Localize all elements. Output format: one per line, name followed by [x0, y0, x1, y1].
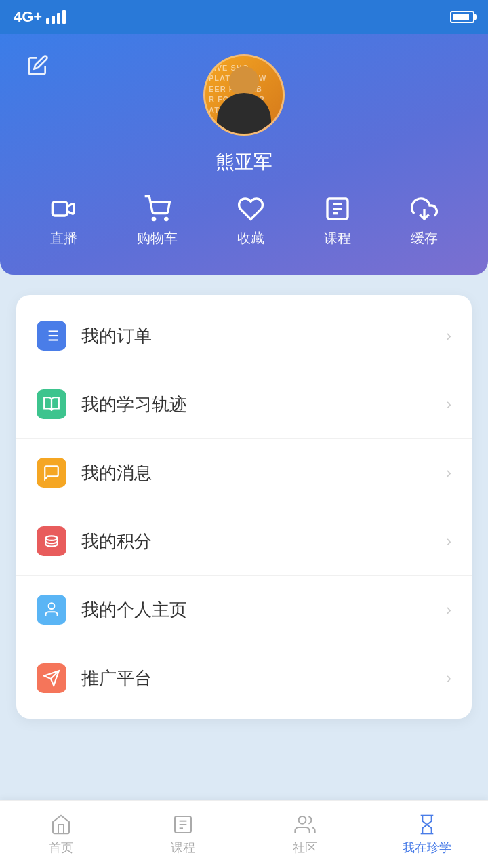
battery-icon — [450, 11, 474, 23]
action-course-label: 课程 — [324, 229, 351, 248]
svg-point-15 — [49, 603, 55, 609]
nav-item-community[interactable]: 社区 — [244, 801, 366, 868]
menu-item-message[interactable]: 我的消息 › — [16, 439, 472, 507]
action-cart-label: 购物车 — [137, 229, 178, 248]
heart-icon — [237, 195, 264, 222]
signal-text: 4G+ — [14, 8, 42, 26]
nav-course-icon — [172, 814, 194, 835]
nav-item-home[interactable]: 首页 — [0, 801, 122, 868]
hourglass-icon — [416, 814, 438, 835]
nav-item-mine[interactable]: 我在珍学 — [366, 801, 488, 868]
action-favorites-label: 收藏 — [237, 229, 264, 248]
avatar-person-silhouette — [217, 66, 271, 134]
avatar[interactable]: LIVE SHOPLATF LAOWEER FOR MBR FOREI OUPA… — [203, 54, 285, 136]
chevron-orders: › — [446, 326, 451, 345]
status-bar: 4G+ — [0, 0, 488, 34]
nav-item-course[interactable]: 课程 — [122, 801, 244, 868]
username: 熊亚军 — [20, 149, 468, 175]
action-live[interactable]: 直播 — [50, 195, 77, 248]
profile-page-icon — [37, 595, 66, 625]
status-bar-left: 4G+ — [14, 8, 66, 26]
avatar-container: LIVE SHOPLATF LAOWEER FOR MBR FOREI OUPA… — [20, 54, 468, 136]
menu-promote-label: 推广平台 — [81, 667, 446, 690]
svg-rect-0 — [52, 202, 67, 216]
course-icon — [324, 195, 351, 222]
edit-icon[interactable] — [27, 54, 49, 81]
nav-course-label: 课程 — [171, 840, 195, 856]
quick-actions: 直播 购物车 收藏 课程 — [20, 195, 468, 248]
message-icon — [37, 458, 66, 488]
chevron-points: › — [446, 532, 451, 551]
promote-icon — [37, 663, 66, 693]
chevron-track: › — [446, 395, 451, 414]
chevron-profile-page: › — [446, 600, 451, 619]
action-cache-label: 缓存 — [411, 229, 438, 248]
cloud-icon — [411, 195, 438, 222]
order-icon — [37, 321, 66, 351]
signal-icon — [46, 10, 66, 24]
menu-message-label: 我的消息 — [81, 461, 446, 485]
action-favorites[interactable]: 收藏 — [237, 195, 264, 248]
menu-item-points[interactable]: 我的积分 › — [16, 507, 472, 576]
action-cache[interactable]: 缓存 — [411, 195, 438, 248]
menu-orders-label: 我的订单 — [81, 324, 446, 348]
nav-home-label: 首页 — [49, 840, 73, 856]
cart-icon — [144, 195, 171, 222]
profile-header: LIVE SHOPLATF LAOWEER FOR MBR FOREI OUPA… — [0, 34, 488, 275]
community-icon — [294, 814, 316, 835]
action-course[interactable]: 课程 — [324, 195, 351, 248]
action-live-label: 直播 — [50, 229, 77, 248]
chevron-message: › — [446, 463, 451, 482]
nav-mine-label: 我在珍学 — [403, 840, 451, 856]
svg-point-22 — [299, 816, 306, 824]
menu-item-track[interactable]: 我的学习轨迹 › — [16, 370, 472, 439]
points-icon — [37, 526, 66, 556]
svg-point-1 — [152, 218, 155, 220]
nav-community-label: 社区 — [293, 840, 317, 856]
svg-point-14 — [45, 536, 57, 540]
menu-profile-page-label: 我的个人主页 — [81, 598, 446, 622]
menu-item-profile-page[interactable]: 我的个人主页 › — [16, 576, 472, 644]
home-icon — [50, 814, 72, 835]
bottom-nav: 首页 课程 社区 我在珍学 — [0, 800, 488, 868]
menu-list: 我的订单 › 我的学习轨迹 › 我的消息 › — [16, 295, 472, 719]
chevron-promote: › — [446, 669, 451, 688]
menu-item-promote[interactable]: 推广平台 › — [16, 644, 472, 712]
live-icon — [50, 195, 77, 222]
svg-point-2 — [165, 218, 167, 220]
menu-track-label: 我的学习轨迹 — [81, 393, 446, 416]
menu-item-orders[interactable]: 我的订单 › — [16, 302, 472, 370]
menu-points-label: 我的积分 — [81, 530, 446, 553]
action-cart[interactable]: 购物车 — [137, 195, 178, 248]
track-icon — [37, 389, 66, 419]
